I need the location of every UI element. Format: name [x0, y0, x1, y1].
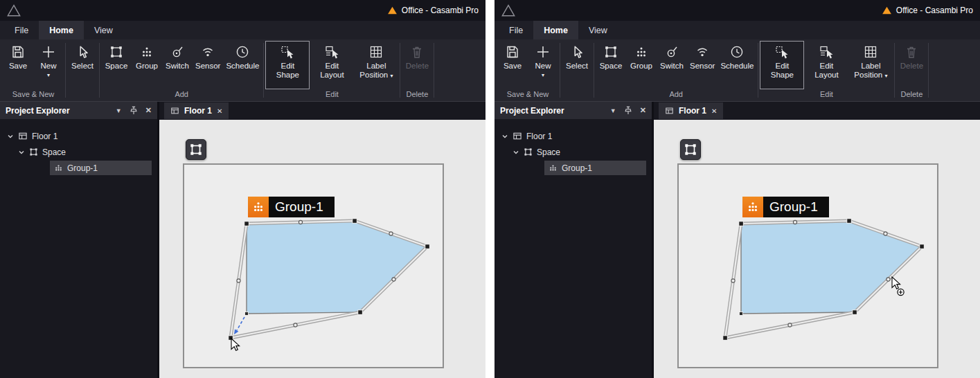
switch-button[interactable]: Switch [657, 41, 687, 89]
chevron-down-icon[interactable] [7, 133, 14, 140]
select-button[interactable]: Select [67, 41, 98, 98]
space-marquee-icon [29, 147, 38, 156]
tree-item-group-label: Group-1 [67, 163, 98, 173]
sensor-button[interactable]: Sensor [193, 41, 223, 89]
delete-button[interactable]: Delete [896, 41, 927, 89]
tab-strip: Floor 1 ✕ [159, 102, 485, 120]
ribbon-separator [434, 43, 434, 98]
tab-close-icon[interactable]: ✕ [711, 107, 717, 115]
sensor-waves-icon [695, 44, 710, 60]
ribbon-group-label-add: Add [596, 89, 756, 101]
group-label-badge [248, 197, 269, 217]
group-dots-icon [634, 44, 649, 60]
schedule-button[interactable]: Schedule [718, 41, 756, 89]
floorplan-canvas[interactable]: Group-1 [654, 120, 980, 378]
menubar: File Home View [495, 21, 980, 39]
space-button[interactable]: Space [101, 41, 132, 89]
edit-layout-button[interactable]: Edit Layout [804, 41, 848, 89]
ribbon: Save New ▾ Save & New Select [495, 39, 980, 102]
tree-item-space[interactable]: Space [0, 144, 157, 160]
group-dots-icon [251, 199, 266, 215]
schedule-label: Schedule [720, 62, 754, 71]
tab-strip: Floor 1 ✕ [654, 102, 980, 120]
save-icon [10, 44, 26, 60]
chevron-down-icon[interactable] [501, 133, 508, 140]
tree-item-group-selected[interactable]: Group-1 [50, 161, 152, 175]
panel-menu-icon[interactable]: ▼ [610, 107, 616, 114]
menu-file[interactable]: File [4, 21, 39, 39]
save-label: Save [504, 62, 522, 71]
floorplan-canvas[interactable]: Group-1 [159, 120, 485, 378]
tree-item-floor[interactable]: Floor 1 [0, 128, 157, 144]
ribbon-group-delete: Delete Delete [400, 39, 434, 101]
chevron-down-icon[interactable] [18, 149, 25, 156]
menu-home[interactable]: Home [39, 21, 84, 39]
titlebar: Office - Casambi Pro [495, 0, 980, 21]
app-icon [387, 6, 398, 15]
group-shape-label[interactable]: Group-1 [248, 197, 335, 217]
tree-item-group-selected[interactable]: Group-1 [544, 161, 646, 175]
project-explorer-title: Project Explorer [6, 106, 70, 116]
edit-shape-icon [774, 44, 790, 60]
menu-view[interactable]: View [578, 21, 618, 39]
menu-view[interactable]: View [84, 21, 123, 39]
clock-icon [235, 44, 250, 60]
edit-shape-button[interactable]: Edit Shape [265, 41, 310, 89]
new-button[interactable]: New ▾ [528, 41, 558, 89]
ribbon-group-label-add: Add [101, 89, 262, 101]
select-button[interactable]: Select [562, 41, 592, 98]
switch-button[interactable]: Switch [162, 41, 193, 89]
clock-icon [729, 44, 745, 60]
floorplan-scene[interactable] [654, 120, 980, 378]
tab-floor-1[interactable]: Floor 1 ✕ [659, 102, 723, 119]
tab-close-icon[interactable]: ✕ [217, 107, 222, 115]
panel-menu-icon[interactable]: ▼ [116, 107, 122, 114]
group-dots-icon [54, 163, 63, 172]
sensor-button[interactable]: Sensor [687, 41, 718, 89]
shape-tool-button[interactable] [680, 139, 701, 160]
menu-home[interactable]: Home [533, 21, 578, 39]
close-panel-icon[interactable]: ✕ [145, 106, 152, 115]
group-shape-label[interactable]: Group-1 [742, 197, 829, 217]
tree-item-floor[interactable]: Floor 1 [495, 128, 652, 144]
edit-shape-label: Edit Shape [763, 62, 801, 80]
pin-icon[interactable] [624, 106, 632, 115]
delete-button[interactable]: Delete [402, 41, 432, 89]
titlebar: Office - Casambi Pro [0, 0, 485, 21]
space-button[interactable]: Space [596, 41, 626, 89]
label-position-button[interactable]: Label Position ▾ [354, 41, 398, 89]
label-position-label: Label Position ▾ [851, 62, 890, 80]
project-tree: Floor 1 Space Group-1 [0, 119, 157, 176]
edit-shape-button[interactable]: Edit Shape [760, 41, 804, 89]
tab-floor-1[interactable]: Floor 1 ✕ [164, 102, 229, 119]
tree-item-group-row: Group-1 [495, 160, 652, 176]
new-button[interactable]: New ▾ [33, 41, 64, 89]
tree-item-floor-label: Floor 1 [32, 132, 57, 141]
composite-screenshot: Office - Casambi Pro File Home View Save… [0, 0, 980, 378]
plus-icon [41, 44, 56, 60]
label-position-button[interactable]: Label Position ▾ [848, 41, 893, 89]
floorplan-scene[interactable] [159, 120, 485, 378]
ribbon-group-save-new: Save New ▾ Save & New [496, 39, 560, 101]
edit-layout-icon [324, 44, 339, 60]
ribbon-group-add: Space Group Switch Sensor [594, 39, 758, 101]
group-button[interactable]: Group [626, 41, 657, 89]
pin-icon[interactable] [130, 106, 138, 115]
save-button[interactable]: Save [497, 41, 528, 89]
group-button[interactable]: Group [132, 41, 162, 89]
shape-tool-button[interactable] [186, 139, 206, 160]
ribbon-group-delete: Delete Delete [895, 39, 928, 101]
edit-layout-button[interactable]: Edit Layout [310, 41, 354, 89]
dropdown-caret-icon: ▾ [884, 73, 887, 79]
menu-file[interactable]: File [499, 21, 533, 39]
dropdown-caret-icon: ▾ [542, 73, 544, 78]
chevron-down-icon[interactable] [513, 149, 519, 156]
close-panel-icon[interactable]: ✕ [640, 106, 646, 115]
old-vertex-handle[interactable] [245, 312, 249, 316]
old-vertex-handle[interactable] [740, 312, 743, 316]
schedule-button[interactable]: Schedule [223, 41, 262, 89]
tree-item-space[interactable]: Space [495, 144, 652, 160]
save-button[interactable]: Save [3, 41, 33, 89]
window-title-area: Office - Casambi Pro [387, 6, 479, 15]
window-title: Office - Casambi Pro [402, 6, 479, 15]
